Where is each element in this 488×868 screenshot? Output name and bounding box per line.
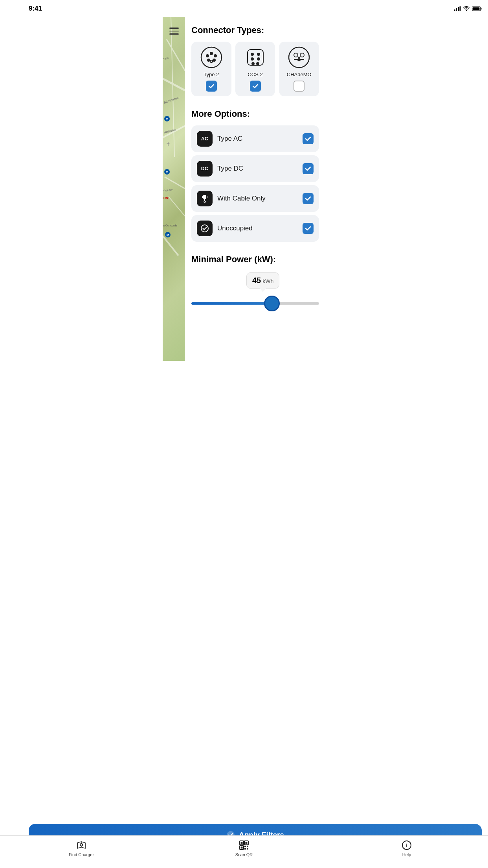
power-unit: kWh [262,278,273,284]
typeac-badge-text: AC [201,136,208,142]
svg-rect-21 [248,50,263,65]
connector-chademo[interactable]: CHAdeMO [279,42,319,96]
hamburger-menu[interactable] [163,17,185,45]
svg-line-6 [163,236,178,256]
svg-line-4 [165,177,185,189]
svg-point-14 [201,47,222,68]
svg-line-5 [169,197,185,216]
chademo-checkbox[interactable] [294,81,305,92]
typeac-label: Type AC [217,135,298,143]
svg-point-36 [204,201,205,202]
svg-point-30 [300,53,304,57]
plug-icon [200,194,209,203]
svg-point-16 [206,54,209,57]
unoccupied-checkbox[interactable] [303,223,314,234]
chademo-label: CHAdeMO [287,72,312,77]
power-section: Minimal Power (kW): 45 kWh [191,254,319,312]
typeac-badge: AC [197,131,213,147]
cableonly-label: With Cable Only [217,195,298,202]
svg-point-18 [207,59,210,62]
ccs2-checkbox[interactable] [250,81,261,92]
slider-thumb[interactable] [264,296,280,311]
connector-type2[interactable]: Type 2 [191,42,231,96]
ccs2-icon [244,46,266,68]
slider-track-fill [191,302,272,305]
type2-icon [200,46,222,68]
ccs2-label: CCS 2 [248,72,262,77]
svg-rect-34 [203,195,206,199]
connector-ccs2[interactable]: CCS 2 [235,42,275,96]
power-value: 45 [252,276,261,285]
svg-point-29 [294,53,298,57]
svg-rect-27 [256,62,259,65]
svg-point-25 [257,57,260,61]
svg-point-22 [251,53,254,56]
power-slider[interactable] [191,295,319,312]
unoccupied-badge [197,221,213,236]
typedc-badge-text: DC [201,166,208,171]
more-options-title: More Options: [191,109,319,119]
cableonly-badge [197,191,213,206]
check-circle-icon [200,224,209,233]
svg-line-1 [163,79,185,90]
typedc-badge: DC [197,161,213,177]
more-options-list: AC Type AC DC Type DC [191,125,319,242]
option-typedc[interactable]: DC Type DC [191,155,319,182]
typeac-checkbox[interactable] [303,133,314,144]
more-options-section: More Options: AC Type AC DC Type DC [191,109,319,242]
typedc-label: Type DC [217,165,298,173]
svg-point-20 [210,60,213,63]
chademo-icon [288,46,310,68]
svg-point-15 [210,52,213,55]
option-cableonly[interactable]: With Cable Only [191,185,319,212]
unoccupied-label: Unoccupied [217,224,298,232]
connector-types-title: Connector Types: [191,25,319,35]
hamburger-icon [169,28,179,35]
map-background: Bd Haussm Rue Sa a Concorde Madeleine Ru… [163,0,185,361]
option-typeac[interactable]: AC Type AC [191,125,319,152]
type2-checkbox[interactable] [206,81,217,92]
svg-point-24 [251,57,254,61]
connector-cards: Type 2 CCS 2 [191,42,319,96]
typedc-checkbox[interactable] [303,163,314,174]
svg-point-17 [214,54,217,57]
svg-rect-38 [207,196,207,198]
type2-label: Type 2 [204,72,219,77]
power-tooltip: 45 kWh [246,272,279,289]
svg-point-19 [213,59,216,62]
cableonly-checkbox[interactable] [303,193,314,204]
svg-point-32 [298,57,300,58]
connector-types-section: Connector Types: Type 2 [191,25,319,96]
svg-rect-37 [202,196,203,198]
svg-point-23 [257,53,260,56]
svg-rect-26 [251,62,255,65]
power-title: Minimal Power (kW): [191,254,319,265]
option-unoccupied[interactable]: Unoccupied [191,215,319,242]
